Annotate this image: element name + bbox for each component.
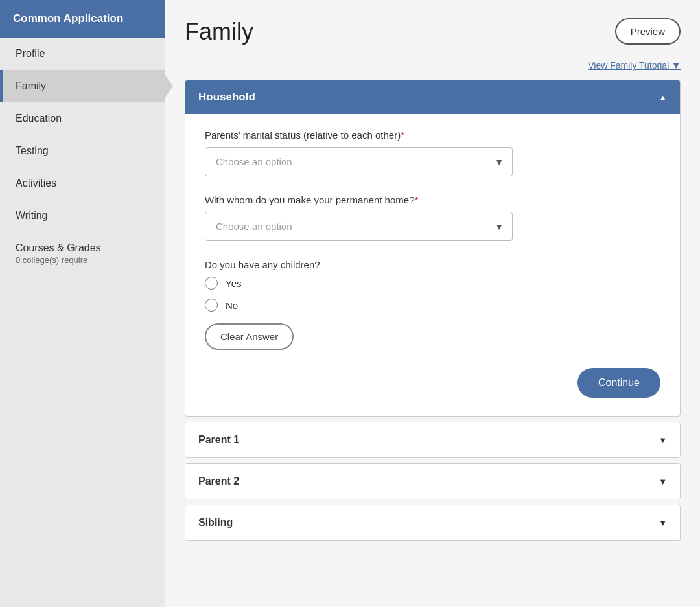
marital-status-group: Parents' marital status (relative to eac… (205, 130, 660, 176)
parent2-chevron-down-icon (659, 475, 667, 487)
sidebar-item-family[interactable]: Family (0, 70, 165, 102)
children-radio-group: Yes No (205, 277, 660, 312)
continue-button[interactable]: Continue (578, 368, 660, 398)
marital-status-select-wrapper: Choose an option ▼ (205, 147, 513, 176)
main-content: Family Preview View Family Tutorial ▼ Ho… (165, 0, 700, 607)
permanent-home-label: With whom do you make your permanent hom… (205, 194, 660, 205)
household-header[interactable]: Household (185, 80, 680, 114)
parent2-header[interactable]: Parent 2 (185, 464, 680, 499)
children-label: Do you have any children? (205, 259, 660, 270)
household-chevron-up-icon (659, 91, 667, 104)
preview-button[interactable]: Preview (615, 18, 681, 45)
sibling-section: Sibling (185, 505, 681, 541)
children-yes-option[interactable]: Yes (205, 277, 660, 290)
children-no-radio[interactable] (205, 299, 218, 312)
sidebar: Common Application Profile Family Educat… (0, 0, 165, 607)
sidebar-item-writing[interactable]: Writing (0, 200, 165, 232)
sidebar-item-courses-grades[interactable]: Courses & Grades 0 college(s) require (0, 232, 165, 275)
children-no-option[interactable]: No (205, 299, 660, 312)
sidebar-item-education[interactable]: Education (0, 102, 165, 135)
permanent-home-group: With whom do you make your permanent hom… (205, 194, 660, 241)
parent1-section: Parent 1 (185, 422, 681, 458)
page-title: Family (185, 18, 253, 45)
sidebar-app-name: Common Application (0, 0, 165, 38)
marital-status-label: Parents' marital status (relative to eac… (205, 130, 660, 141)
header-divider (185, 52, 681, 52)
household-body: Parents' marital status (relative to eac… (185, 114, 680, 416)
permanent-home-required: * (415, 194, 419, 205)
continue-row: Continue (205, 368, 660, 398)
permanent-home-select-wrapper: Choose an option ▼ (205, 212, 513, 241)
marital-status-select[interactable]: Choose an option (205, 147, 513, 176)
parent1-header[interactable]: Parent 1 (185, 422, 680, 457)
tutorial-link[interactable]: View Family Tutorial ▼ (588, 60, 681, 71)
parent1-chevron-down-icon (659, 434, 667, 446)
tutorial-link-container: View Family Tutorial ▼ (185, 60, 681, 71)
sidebar-item-profile[interactable]: Profile (0, 38, 165, 70)
children-yes-radio[interactable] (205, 277, 218, 290)
sidebar-item-activities[interactable]: Activities (0, 167, 165, 200)
sibling-chevron-down-icon (659, 517, 667, 529)
household-section: Household Parents' marital status (relat… (185, 80, 681, 417)
permanent-home-select[interactable]: Choose an option (205, 212, 513, 241)
marital-status-required: * (401, 130, 404, 141)
sidebar-item-testing[interactable]: Testing (0, 135, 165, 167)
children-group: Do you have any children? Yes No Clear A… (205, 259, 660, 350)
sibling-header[interactable]: Sibling (185, 505, 680, 540)
page-header: Family Preview (185, 18, 681, 45)
parent2-section: Parent 2 (185, 463, 681, 499)
clear-answer-button[interactable]: Clear Answer (205, 323, 294, 350)
